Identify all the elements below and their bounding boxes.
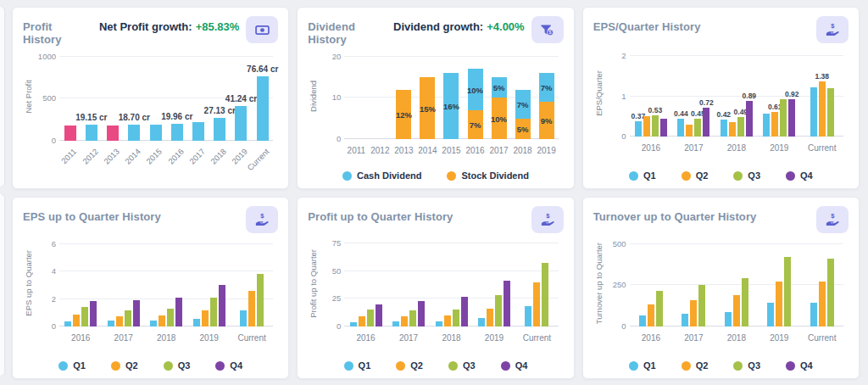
stacked-bar[interactable] bbox=[348, 53, 364, 139]
hand-holding-dollar-icon[interactable]: $ bbox=[816, 206, 849, 233]
legend-item[interactable]: Q1 bbox=[629, 360, 656, 371]
bar[interactable]: 0.53 bbox=[652, 115, 659, 137]
bar[interactable] bbox=[210, 298, 217, 326]
hand-holding-dollar-icon[interactable]: $ bbox=[246, 206, 278, 233]
legend-item[interactable]: Q1 bbox=[629, 170, 656, 181]
bar[interactable]: 0.92 bbox=[788, 99, 795, 137]
bar[interactable] bbox=[478, 318, 485, 326]
bar[interactable] bbox=[784, 257, 791, 326]
legend-item[interactable]: Q2 bbox=[111, 360, 138, 371]
bar[interactable] bbox=[202, 310, 209, 326]
bar[interactable] bbox=[810, 303, 817, 326]
bar[interactable] bbox=[810, 87, 817, 137]
bar[interactable] bbox=[73, 315, 80, 326]
stacked-bar[interactable]: 5%7% bbox=[515, 53, 531, 139]
bar[interactable] bbox=[686, 125, 693, 137]
bar[interactable] bbox=[192, 122, 204, 141]
bar[interactable] bbox=[763, 114, 770, 137]
bar[interactable]: 19.96 cr bbox=[171, 124, 183, 141]
bar[interactable] bbox=[359, 316, 365, 326]
legend-item[interactable]: Q3 bbox=[448, 360, 476, 371]
stacked-bar[interactable]: 10%5% bbox=[492, 53, 507, 139]
bar[interactable] bbox=[733, 295, 740, 326]
stacked-bar[interactable]: 9%7% bbox=[539, 53, 554, 139]
stacked-bar[interactable]: 15% bbox=[420, 53, 435, 139]
legend-item[interactable]: Q4 bbox=[501, 360, 528, 371]
bar[interactable] bbox=[257, 274, 264, 326]
bar[interactable]: 0.61 bbox=[771, 112, 778, 137]
bar[interactable] bbox=[64, 321, 71, 326]
bar[interactable] bbox=[690, 300, 697, 326]
bar[interactable] bbox=[150, 125, 162, 141]
bar[interactable] bbox=[827, 259, 834, 326]
bar[interactable] bbox=[81, 307, 88, 326]
bar[interactable] bbox=[108, 321, 114, 326]
bar[interactable] bbox=[656, 291, 663, 326]
legend-item[interactable]: Q3 bbox=[164, 360, 191, 371]
legend-item[interactable]: Q4 bbox=[215, 360, 242, 371]
bar[interactable] bbox=[409, 310, 416, 326]
bar[interactable] bbox=[725, 312, 732, 326]
bar[interactable] bbox=[495, 295, 502, 326]
stacked-bar[interactable]: 16% bbox=[443, 53, 459, 139]
bar[interactable] bbox=[742, 278, 748, 326]
bar[interactable] bbox=[643, 116, 650, 137]
bar[interactable] bbox=[133, 300, 140, 326]
bar[interactable] bbox=[116, 316, 123, 326]
bar[interactable] bbox=[418, 301, 425, 326]
bar[interactable] bbox=[219, 285, 225, 326]
bar[interactable] bbox=[461, 297, 468, 326]
bar[interactable] bbox=[729, 122, 736, 137]
bar[interactable]: 0.42 bbox=[721, 120, 727, 137]
bar[interactable]: 0.89 bbox=[746, 101, 753, 137]
legend-item[interactable]: Q3 bbox=[733, 360, 760, 371]
stacked-bar[interactable]: 7%10% bbox=[468, 53, 483, 139]
legend-item[interactable]: Q1 bbox=[58, 360, 86, 371]
legend-item[interactable]: Q1 bbox=[344, 360, 371, 371]
bar[interactable] bbox=[175, 298, 182, 326]
bar[interactable]: 41.24 cr bbox=[235, 106, 247, 141]
bar[interactable] bbox=[660, 119, 667, 137]
bar[interactable] bbox=[639, 315, 646, 326]
bar[interactable]: 0.44 bbox=[677, 119, 684, 137]
legend-item[interactable]: Q4 bbox=[786, 360, 813, 371]
bar[interactable] bbox=[240, 310, 247, 326]
bar[interactable]: 0.49 bbox=[737, 117, 744, 137]
legend-item[interactable]: Q2 bbox=[682, 170, 709, 181]
bar[interactable] bbox=[159, 315, 165, 326]
bar[interactable] bbox=[767, 303, 774, 326]
bar[interactable] bbox=[776, 282, 782, 326]
bar[interactable] bbox=[444, 315, 451, 326]
legend-item[interactable]: Q2 bbox=[396, 360, 423, 371]
bar[interactable]: 18.70 cr bbox=[128, 125, 140, 141]
bar[interactable]: 27.13 cr bbox=[214, 118, 225, 141]
bar[interactable] bbox=[827, 88, 834, 137]
bar[interactable] bbox=[682, 314, 688, 326]
bar[interactable]: 0.72 bbox=[703, 108, 709, 137]
bar[interactable]: 1.38 bbox=[819, 81, 826, 137]
bar[interactable] bbox=[533, 282, 540, 326]
bar[interactable] bbox=[542, 263, 548, 326]
bar[interactable] bbox=[525, 306, 531, 326]
bar[interactable]: 0.37 bbox=[635, 121, 642, 137]
bar[interactable] bbox=[150, 321, 157, 326]
bar[interactable] bbox=[167, 309, 174, 326]
bar[interactable] bbox=[107, 126, 119, 141]
legend-item[interactable]: Q4 bbox=[786, 170, 813, 181]
bar[interactable] bbox=[64, 126, 76, 141]
bar[interactable] bbox=[698, 285, 705, 326]
bar[interactable]: 19.15 cr bbox=[86, 125, 97, 141]
stacked-bar[interactable] bbox=[372, 53, 387, 139]
bar[interactable] bbox=[392, 321, 399, 326]
bar[interactable] bbox=[780, 99, 787, 137]
bar[interactable] bbox=[125, 310, 131, 326]
bar[interactable] bbox=[367, 310, 374, 326]
bar[interactable] bbox=[648, 304, 654, 326]
banknote-icon[interactable] bbox=[246, 16, 278, 43]
bar[interactable]: 0.45 bbox=[694, 119, 701, 137]
stacked-bar[interactable]: 12% bbox=[396, 53, 411, 139]
legend-item[interactable]: Cash Dividend bbox=[342, 170, 421, 181]
hand-holding-dollar-icon[interactable]: $ bbox=[816, 16, 849, 43]
legend-item[interactable]: Q2 bbox=[682, 360, 709, 371]
legend-item[interactable]: Stock Dividend bbox=[447, 170, 528, 181]
